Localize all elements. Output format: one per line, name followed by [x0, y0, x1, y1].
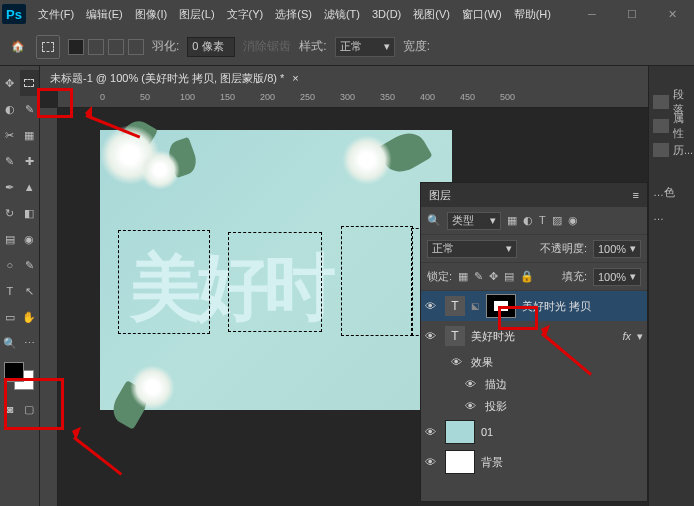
fill-input[interactable]: 100%▾ — [593, 268, 641, 286]
marquee-selection — [118, 230, 210, 334]
shape-tool[interactable]: ▭ — [0, 304, 20, 330]
annotation-highlight — [498, 306, 538, 330]
zoom-tool[interactable]: 🔍 — [0, 330, 20, 356]
menu-help[interactable]: 帮助(H) — [508, 0, 557, 28]
home-icon[interactable]: 🏠 — [8, 37, 28, 57]
layers-panel: 图层≡ 🔍 类型▾ ▦◐T▨◉ 正常▾ 不透明度: 100%▾ 锁定: ▦✎✥▤… — [420, 182, 648, 502]
gradient-tool[interactable]: ▤ — [0, 226, 20, 252]
marquee-selection — [228, 232, 322, 332]
hand-tool[interactable]: ✋ — [20, 304, 40, 330]
dodge-tool[interactable]: ○ — [0, 252, 20, 278]
fx-badge[interactable]: fx — [622, 330, 631, 342]
menu-file[interactable]: 文件(F) — [32, 0, 80, 28]
frame-tool[interactable]: ▦ — [20, 122, 40, 148]
options-bar: 🏠 羽化: 消除锯齿 样式: 正常▾ 宽度: — [0, 28, 694, 66]
subtract-selection-icon[interactable] — [108, 39, 124, 55]
layer-effect-shadow[interactable]: 👁 投影 — [421, 395, 647, 417]
brush-tool[interactable]: ✒ — [0, 174, 20, 200]
style-select[interactable]: 正常▾ — [335, 37, 395, 57]
fill-label: 填充: — [562, 269, 587, 284]
menu-view[interactable]: 视图(V) — [407, 0, 456, 28]
menu-layer[interactable]: 图层(L) — [173, 0, 220, 28]
visibility-icon[interactable]: 👁 — [425, 300, 439, 312]
panel-other[interactable]: … — [649, 204, 694, 228]
panel-history[interactable]: 历... — [649, 138, 694, 162]
canvas[interactable]: 美好时 — [100, 130, 452, 410]
lasso-tool[interactable]: ◐ — [0, 96, 20, 122]
close-button[interactable]: ✕ — [652, 0, 692, 28]
feather-input[interactable] — [187, 37, 235, 57]
layer-filter-icons[interactable]: ▦◐T▨◉ — [507, 214, 578, 227]
layer-thumb[interactable] — [445, 420, 475, 444]
maximize-button[interactable]: ☐ — [612, 0, 652, 28]
menu-window[interactable]: 窗口(W) — [456, 0, 508, 28]
collapsed-panels: 段落 属性 历... …色 … — [648, 66, 694, 506]
annotation-highlight — [4, 378, 64, 430]
layer-effect-stroke[interactable]: 👁 描边 — [421, 373, 647, 395]
layer-type-icon: T — [445, 296, 465, 316]
intersect-selection-icon[interactable] — [128, 39, 144, 55]
blend-mode-select[interactable]: 正常▾ — [427, 240, 517, 258]
opacity-label: 不透明度: — [540, 241, 587, 256]
minimize-button[interactable]: ─ — [572, 0, 612, 28]
stamp-tool[interactable]: ▲ — [20, 174, 40, 200]
layer-type-icon: T — [445, 326, 465, 346]
blur-tool[interactable]: ◉ — [20, 226, 40, 252]
edit-toolbar[interactable]: ⋯ — [20, 330, 40, 356]
annotation-highlight — [37, 88, 73, 118]
opacity-input[interactable]: 100%▾ — [593, 240, 641, 258]
layer-row[interactable]: 👁 01 — [421, 417, 647, 447]
layer-effects-group[interactable]: 👁 效果 — [421, 351, 647, 373]
lock-label: 锁定: — [427, 269, 452, 284]
visibility-icon[interactable]: 👁 — [465, 400, 479, 412]
eyedropper-tool[interactable]: ✎ — [0, 148, 20, 174]
path-tool[interactable]: ↖ — [20, 278, 40, 304]
selection-mode-group — [68, 39, 144, 55]
marquee-selection — [341, 226, 413, 336]
arrow-head-icon — [78, 106, 92, 120]
marquee-tool-preview[interactable] — [36, 35, 60, 59]
ruler-vertical — [40, 108, 58, 506]
ruler-horizontal: 050100150200250300350400450500 — [58, 90, 648, 108]
window-controls: ─ ☐ ✕ — [572, 0, 692, 28]
visibility-icon[interactable]: 👁 — [451, 356, 465, 368]
move-tool[interactable]: ✥ — [0, 70, 20, 96]
panel-properties[interactable]: 属性 — [649, 114, 694, 138]
menu-3d[interactable]: 3D(D) — [366, 0, 407, 28]
visibility-icon[interactable]: 👁 — [425, 456, 439, 468]
style-label: 样式: — [299, 38, 326, 55]
menu-select[interactable]: 选择(S) — [269, 0, 318, 28]
antialias-label: 消除锯齿 — [243, 38, 291, 55]
visibility-icon[interactable]: 👁 — [425, 426, 439, 438]
eraser-tool[interactable]: ◧ — [20, 200, 40, 226]
visibility-icon[interactable]: 👁 — [425, 330, 439, 342]
layer-filter-select[interactable]: 类型▾ — [447, 212, 501, 230]
width-label: 宽度: — [403, 38, 430, 55]
feather-label: 羽化: — [152, 38, 179, 55]
lock-icons[interactable]: ▦✎✥▤🔒 — [458, 270, 534, 283]
layer-row[interactable]: 👁 背景 — [421, 447, 647, 477]
crop-tool[interactable]: ✂ — [0, 122, 20, 148]
pen-tool[interactable]: ✎ — [20, 252, 40, 278]
layer-thumb[interactable] — [445, 450, 475, 474]
type-tool[interactable]: T — [0, 278, 20, 304]
visibility-icon[interactable]: 👁 — [465, 378, 479, 390]
panel-color[interactable]: …色 — [649, 180, 694, 204]
panel-menu-icon[interactable]: ≡ — [633, 189, 639, 201]
heal-tool[interactable]: ✚ — [20, 148, 40, 174]
menu-edit[interactable]: 编辑(E) — [80, 0, 129, 28]
add-selection-icon[interactable] — [88, 39, 104, 55]
tool-palette: ✥ ◐✎ ✂▦ ✎✚ ✒▲ ↻◧ ▤◉ ○✎ T↖ ▭✋ 🔍⋯ ◙▢ — [0, 66, 40, 506]
history-brush-tool[interactable]: ↻ — [0, 200, 20, 226]
document-tab[interactable]: 未标题-1 @ 100% (美好时光 拷贝, 图层蒙版/8) *× — [40, 66, 648, 90]
new-selection-icon[interactable] — [68, 39, 84, 55]
app-logo: Ps — [2, 4, 26, 24]
menu-image[interactable]: 图像(I) — [129, 0, 173, 28]
menu-filter[interactable]: 滤镜(T) — [318, 0, 366, 28]
layers-panel-tab[interactable]: 图层≡ — [421, 183, 647, 207]
menu-type[interactable]: 文字(Y) — [221, 0, 270, 28]
menu-bar: Ps 文件(F) 编辑(E) 图像(I) 图层(L) 文字(Y) 选择(S) 滤… — [0, 0, 694, 28]
